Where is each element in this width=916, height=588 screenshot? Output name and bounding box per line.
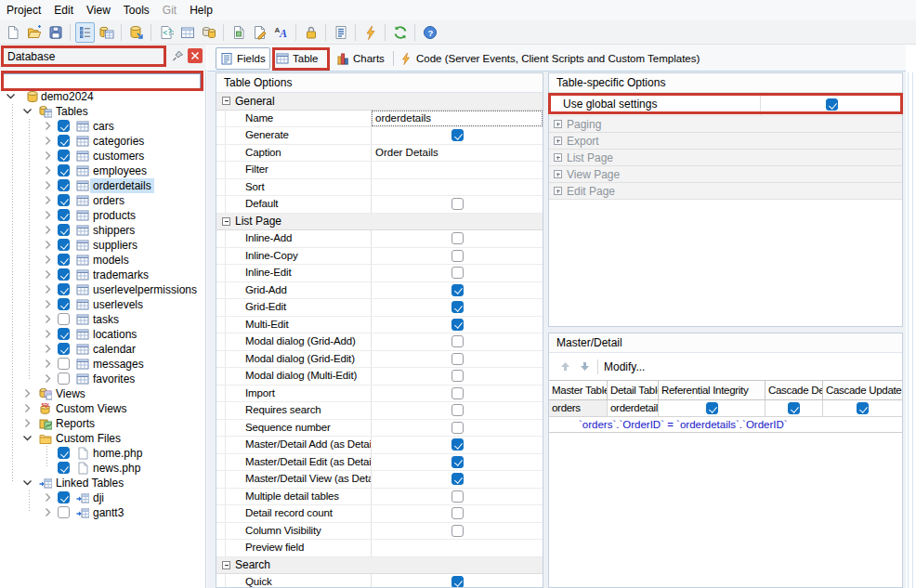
tab-charts[interactable]: Charts <box>333 47 388 70</box>
tree-item-models[interactable]: models <box>0 253 206 268</box>
property-value[interactable]: orderdetails <box>371 111 543 127</box>
md-checkbox[interactable] <box>857 402 869 414</box>
property-checkbox[interactable] <box>451 422 464 434</box>
property-value[interactable] <box>371 282 543 299</box>
tree-item-label[interactable]: models <box>90 253 132 268</box>
tree-item-locations[interactable]: locations <box>0 327 206 342</box>
tree-item-label[interactable]: cars <box>90 119 117 134</box>
expand-icon[interactable] <box>554 187 562 195</box>
chevron-right-icon[interactable] <box>43 136 53 146</box>
new-file-icon[interactable] <box>3 22 22 43</box>
property-value[interactable]: Order Details <box>371 145 543 162</box>
tree-item-trademarks[interactable]: trademarks <box>0 268 206 282</box>
chevron-right-icon[interactable] <box>43 359 53 369</box>
help-icon[interactable]: ? <box>420 22 439 43</box>
tree-item-label[interactable]: customers <box>90 149 147 163</box>
md-checkbox[interactable] <box>706 402 718 414</box>
tree-item-label[interactable]: dji <box>90 490 107 505</box>
chevron-right-icon[interactable] <box>43 314 53 324</box>
tso-group-list-page[interactable]: List Page <box>549 150 902 166</box>
tab-code[interactable]: Code (Server Events, Client Scripts and … <box>396 47 703 70</box>
tree-item-label[interactable]: Reports <box>53 416 98 431</box>
tree-item-orders[interactable]: orders <box>0 193 206 208</box>
chevron-right-icon[interactable] <box>43 240 53 250</box>
tree-item-label[interactable]: orders <box>90 193 127 208</box>
tree-checkbox[interactable] <box>58 447 70 459</box>
tree-item-label[interactable]: trademarks <box>90 268 151 282</box>
chevron-right-icon[interactable] <box>43 255 53 265</box>
expand-icon[interactable] <box>554 120 562 128</box>
property-value[interactable] <box>371 333 543 350</box>
tree-item-label[interactable]: Custom Files <box>53 431 124 446</box>
property-checkbox[interactable] <box>451 576 464 588</box>
property-checkbox[interactable] <box>451 335 464 347</box>
tree-item-employees[interactable]: employees <box>0 163 206 178</box>
chevron-right-icon[interactable] <box>43 373 53 384</box>
tree-item-tasks[interactable]: tasks <box>0 312 206 327</box>
property-checkbox[interactable] <box>451 250 464 262</box>
property-value[interactable] <box>371 230 543 247</box>
tree-item-label[interactable]: orderdetails <box>90 178 154 193</box>
expand-icon[interactable] <box>554 137 562 145</box>
tree-checkbox[interactable] <box>58 343 70 355</box>
tree-item-orderdetails[interactable]: orderdetails <box>0 178 206 193</box>
property-value[interactable] <box>371 540 543 556</box>
property-value[interactable] <box>371 368 543 385</box>
chevron-right-icon[interactable] <box>43 507 53 517</box>
property-checkbox[interactable] <box>451 438 464 451</box>
tree-checkbox[interactable] <box>58 358 70 370</box>
property-value[interactable] <box>371 471 543 488</box>
tree-checkbox[interactable] <box>58 135 70 147</box>
tree-checkbox[interactable] <box>58 328 70 340</box>
tree-item-messages[interactable]: messages <box>0 357 206 372</box>
tree-item-label[interactable]: gantt3 <box>90 505 126 520</box>
sql-query-icon[interactable]: <?> <box>156 22 176 43</box>
open-project-icon[interactable] <box>24 22 44 43</box>
tree-item-label[interactable]: Linked Tables <box>53 476 126 490</box>
tree-item-customers[interactable]: customers <box>0 149 206 163</box>
tso-group-paging[interactable]: Paging <box>549 116 902 133</box>
property-value[interactable] <box>371 196 543 213</box>
tree-item-products[interactable]: products <box>0 208 206 223</box>
property-checkbox[interactable] <box>451 404 464 416</box>
tab-fields[interactable]: Fields <box>216 47 270 70</box>
md-row[interactable]: ordersorderdetails <box>549 400 902 417</box>
property-checkbox[interactable] <box>451 301 464 313</box>
property-value[interactable] <box>371 162 543 178</box>
tree-item-label[interactable]: home.php <box>90 446 145 461</box>
tree-item-label[interactable]: Tables <box>53 104 91 119</box>
tree-item-label[interactable]: employees <box>90 163 150 178</box>
md-checkbox[interactable] <box>788 402 800 414</box>
property-value[interactable] <box>371 505 543 522</box>
property-value[interactable] <box>371 523 543 540</box>
tso-group-view-page[interactable]: View Page <box>549 166 902 183</box>
tree-checkbox[interactable] <box>58 313 70 325</box>
property-checkbox[interactable] <box>451 387 464 399</box>
chevron-right-icon[interactable] <box>22 418 33 428</box>
chevron-right-icon[interactable] <box>43 210 53 220</box>
tree-item-label[interactable]: locations <box>90 327 139 342</box>
property-checkbox[interactable] <box>451 267 464 279</box>
move-down-button[interactable] <box>577 359 592 374</box>
group-header-search[interactable]: Search <box>216 557 543 575</box>
modify-button[interactable]: Modify... <box>604 360 645 373</box>
fonts-icon[interactable]: AA <box>271 22 291 43</box>
property-checkbox[interactable] <box>451 370 464 382</box>
tree-item-label[interactable]: Views <box>53 386 88 401</box>
property-checkbox[interactable] <box>451 456 464 468</box>
tree-item-userlevelpermissions[interactable]: userlevelpermissions <box>0 282 206 297</box>
collapse-icon[interactable] <box>222 97 230 105</box>
tree-checkbox[interactable] <box>58 298 70 310</box>
menu-help[interactable]: Help <box>183 1 219 20</box>
tree-checkbox[interactable] <box>58 283 70 295</box>
group-header-general[interactable]: General <box>216 93 543 111</box>
tree-item-label[interactable]: Custom Views <box>53 401 129 416</box>
tso-group-export[interactable]: Export <box>549 133 902 150</box>
tree-item-calendar[interactable]: calendar <box>0 342 206 357</box>
property-checkbox[interactable] <box>451 473 464 485</box>
tree-item-categories[interactable]: categories <box>0 134 206 149</box>
property-value[interactable] <box>371 574 543 588</box>
tree-item-shippers[interactable]: shippers <box>0 223 206 238</box>
tree-checkbox[interactable] <box>58 491 70 503</box>
tree-checkbox[interactable] <box>58 268 70 281</box>
